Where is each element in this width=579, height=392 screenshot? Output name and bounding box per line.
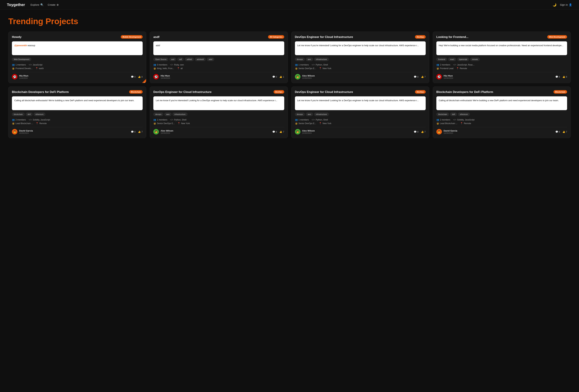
author-details: Hla Htun 10/30/2024 bbox=[444, 74, 453, 79]
members-icon: 👥 bbox=[12, 119, 15, 121]
like-action[interactable]: 👍 7 bbox=[138, 131, 143, 133]
avatar: 🧑 bbox=[295, 74, 300, 79]
tag[interactable]: blockchain bbox=[12, 113, 25, 116]
tag[interactable]: remote bbox=[470, 58, 480, 61]
location-icon: 📍 bbox=[177, 122, 180, 125]
like-action[interactable]: 👍 1 bbox=[280, 75, 284, 78]
members-count: 1 members bbox=[157, 119, 167, 121]
category-badge[interactable]: DevOps bbox=[415, 90, 426, 94]
card-body: Calling all blockchain enthusiasts! We'r… bbox=[436, 96, 567, 110]
comment-icon: 💬 bbox=[272, 75, 275, 78]
tag[interactable]: aws bbox=[306, 113, 313, 116]
tag[interactable]: aws bbox=[306, 58, 313, 61]
author-info: 🧑 Alex Wilson 10/30/2024 bbox=[295, 74, 315, 79]
category-badge[interactable]: Blockchain bbox=[554, 90, 567, 94]
site-logo[interactable]: Toygether bbox=[7, 2, 25, 7]
dark-mode-toggle[interactable]: 🌙 bbox=[553, 3, 556, 7]
comment-icon: 💬 bbox=[272, 131, 275, 133]
like-icon: 👍 bbox=[563, 75, 565, 78]
tag[interactable]: infrastructure bbox=[314, 113, 329, 116]
category-badge[interactable]: Web Development bbox=[547, 35, 567, 39]
comment-action[interactable]: 💬 0 bbox=[131, 75, 136, 78]
tag[interactable]: devops bbox=[153, 113, 163, 116]
comment-count: 8 bbox=[559, 75, 560, 78]
card-title: Blockchain Developers for DeFi Platform bbox=[436, 90, 552, 94]
card-meta: 👥 1 members </> Python, Shell 🧑 Senior D… bbox=[295, 64, 426, 70]
card-howdy[interactable]: Howdy Mobile Development @janesmith wass… bbox=[8, 32, 146, 83]
card-title: DevOps Engineer for Cloud Infrastructure bbox=[295, 35, 413, 39]
category-badge[interactable]: DevOps bbox=[274, 90, 284, 94]
role-info: 🧑 Senior DevOps E... bbox=[295, 122, 316, 125]
card-footer: ⚽ Hla Htun 10/30/2024 💬 0 👍 1 bbox=[153, 72, 284, 79]
tag[interactable]: adf bbox=[177, 58, 184, 61]
tag[interactable]: devops bbox=[295, 113, 305, 116]
tag[interactable]: infrastructure bbox=[314, 58, 329, 61]
tag[interactable]: ethereum bbox=[34, 113, 45, 116]
like-action[interactable]: 👍 7 bbox=[421, 131, 426, 133]
category-badge[interactable]: All Categories bbox=[268, 35, 284, 39]
author-name: Alex Wilson bbox=[302, 130, 315, 132]
tag[interactable]: asd bbox=[169, 58, 176, 61]
tag[interactable]: adsf bbox=[207, 58, 214, 61]
tag[interactable]: defi bbox=[450, 113, 457, 116]
card-blockchain1[interactable]: Blockchain Developers for DeFi Platform … bbox=[8, 86, 146, 138]
create-link[interactable]: Create ⊕ bbox=[48, 3, 59, 6]
card-blockchain2[interactable]: Blockchain Developers for DeFi Platform … bbox=[433, 86, 571, 138]
author-date: 10/30/2024 bbox=[161, 132, 173, 134]
tag[interactable]: react bbox=[448, 58, 456, 61]
like-action[interactable]: 👍 8 bbox=[563, 75, 567, 78]
location-info: 📍 Remote bbox=[36, 122, 47, 125]
comment-action[interactable]: 💬 8 bbox=[414, 131, 418, 133]
avatar: ⚽ bbox=[436, 74, 442, 79]
location-icon: 📍 bbox=[319, 122, 322, 125]
tag[interactable]: ethereum bbox=[458, 113, 470, 116]
tag[interactable]: typescript bbox=[457, 58, 469, 61]
tag[interactable]: Open Source bbox=[153, 58, 168, 61]
card-devops1[interactable]: DevOps Engineer for Cloud Infrastructure… bbox=[291, 32, 429, 83]
card-asdf[interactable]: asdf All Categories adsf Open Sourceasda… bbox=[150, 32, 288, 83]
explore-link[interactable]: Explore 🔍 bbox=[31, 3, 44, 6]
comment-action[interactable]: 💬 8 bbox=[555, 131, 560, 133]
language-info: </> Solidity, JavaScript bbox=[29, 119, 50, 121]
like-action[interactable]: 👍 7 bbox=[280, 131, 284, 133]
card-devops2[interactable]: DevOps Engineer for Cloud Infrastructure… bbox=[150, 86, 288, 138]
author-details: Hla Htun 11/6/2024 bbox=[19, 74, 28, 79]
tag[interactable]: aws bbox=[164, 113, 172, 116]
location-value: Remote bbox=[39, 122, 47, 125]
comment-action[interactable]: 💬 0 bbox=[272, 75, 277, 78]
comment-action[interactable]: 💬 8 bbox=[555, 75, 560, 78]
card-devops3[interactable]: DevOps Engineer for Cloud Infrastructure… bbox=[291, 86, 429, 138]
category-badge[interactable]: DevOps bbox=[415, 35, 426, 39]
card-body: @janesmith wassup bbox=[12, 41, 143, 55]
like-action[interactable]: 👍 7 bbox=[421, 75, 426, 78]
comment-action[interactable]: 💬 8 bbox=[272, 131, 277, 133]
location-info: 📍 New York bbox=[319, 67, 331, 70]
author-date: 11/6/2024 bbox=[19, 77, 28, 79]
category-badge[interactable]: Blockchain bbox=[129, 90, 143, 94]
author-info: 👨 David Garcia 10/30/2024 bbox=[436, 129, 457, 134]
comment-action[interactable]: 💬 8 bbox=[414, 75, 418, 78]
like-action[interactable]: 👍 7 bbox=[563, 131, 567, 133]
comment-count: 8 bbox=[134, 131, 136, 133]
card-frontend[interactable]: Looking for Frontend... Web Development … bbox=[433, 32, 571, 83]
card-meta: 👥 0 members </> Ruby, own 🧑 thing, hello… bbox=[153, 64, 284, 70]
tag[interactable]: adfdaf bbox=[185, 58, 194, 61]
tag[interactable]: Web Development bbox=[12, 58, 31, 61]
tag[interactable]: adsfadsf bbox=[195, 58, 206, 61]
members-info: 👥 1 members bbox=[295, 64, 309, 66]
tag[interactable]: devops bbox=[295, 58, 305, 61]
language-value: Python, Shell bbox=[316, 119, 328, 121]
author-info: ⚽ Hla Htun 10/30/2024 bbox=[153, 74, 170, 79]
tag[interactable]: defi bbox=[26, 113, 33, 116]
comment-action[interactable]: 💬 8 bbox=[131, 131, 136, 133]
signin-button[interactable]: Sign in 👤 bbox=[560, 3, 572, 6]
tag[interactable]: frontend bbox=[436, 58, 447, 61]
tag[interactable]: infrastructure bbox=[172, 113, 187, 116]
like-action[interactable]: 👍 0 bbox=[138, 75, 143, 78]
author-details: David Garcia 10/30/2024 bbox=[444, 130, 457, 134]
tag[interactable]: blockchain bbox=[436, 113, 449, 116]
card-meta: 👥 2 members </> JavaScript, Reac... 🧑 Fr… bbox=[436, 64, 567, 70]
members-info: 👥 1 members bbox=[12, 64, 26, 66]
nav-right: 🌙 Sign in 👤 bbox=[553, 3, 572, 7]
category-badge[interactable]: Mobile Development bbox=[121, 35, 143, 39]
